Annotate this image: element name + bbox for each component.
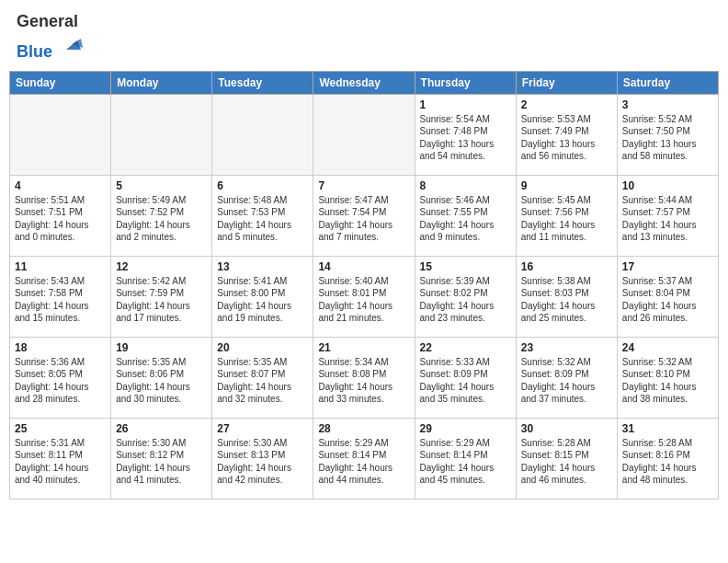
day-number: 6: [217, 179, 308, 192]
day-info: Sunrise: 5:40 AM Sunset: 8:01 PM Dayligh…: [318, 275, 409, 325]
calendar-cell: 1Sunrise: 5:54 AM Sunset: 7:48 PM Daylig…: [415, 94, 516, 175]
day-info: Sunrise: 5:54 AM Sunset: 7:48 PM Dayligh…: [420, 113, 511, 163]
day-info: Sunrise: 5:38 AM Sunset: 8:03 PM Dayligh…: [521, 275, 612, 325]
logo-icon: [59, 31, 85, 57]
day-number: 2: [521, 98, 612, 111]
day-info: Sunrise: 5:28 AM Sunset: 8:16 PM Dayligh…: [622, 437, 713, 487]
calendar-cell: 9Sunrise: 5:45 AM Sunset: 7:56 PM Daylig…: [516, 175, 617, 256]
day-number: 17: [622, 260, 713, 273]
day-number: 5: [116, 179, 207, 192]
calendar-cell: 29Sunrise: 5:29 AM Sunset: 8:14 PM Dayli…: [415, 418, 516, 499]
day-info: Sunrise: 5:47 AM Sunset: 7:54 PM Dayligh…: [318, 194, 409, 244]
calendar-cell: 20Sunrise: 5:35 AM Sunset: 8:07 PM Dayli…: [212, 337, 313, 418]
day-number: 27: [217, 422, 308, 435]
day-number: 18: [15, 341, 106, 354]
calendar-cell: 6Sunrise: 5:48 AM Sunset: 7:53 PM Daylig…: [212, 175, 313, 256]
calendar-cell: 12Sunrise: 5:42 AM Sunset: 7:59 PM Dayli…: [111, 256, 212, 337]
week-row-2: 4Sunrise: 5:51 AM Sunset: 7:51 PM Daylig…: [10, 175, 719, 256]
day-info: Sunrise: 5:52 AM Sunset: 7:50 PM Dayligh…: [622, 113, 713, 163]
calendar-cell: 15Sunrise: 5:39 AM Sunset: 8:02 PM Dayli…: [415, 256, 516, 337]
day-number: 12: [116, 260, 207, 273]
calendar-cell: 18Sunrise: 5:36 AM Sunset: 8:05 PM Dayli…: [10, 337, 111, 418]
calendar-cell: 19Sunrise: 5:35 AM Sunset: 8:06 PM Dayli…: [111, 337, 212, 418]
day-number: 14: [318, 260, 409, 273]
weekday-sunday: Sunday: [10, 71, 111, 94]
day-number: 29: [420, 422, 511, 435]
day-info: Sunrise: 5:42 AM Sunset: 7:59 PM Dayligh…: [116, 275, 207, 325]
calendar-cell: 2Sunrise: 5:53 AM Sunset: 7:49 PM Daylig…: [516, 94, 617, 175]
calendar-cell: 23Sunrise: 5:32 AM Sunset: 8:09 PM Dayli…: [516, 337, 617, 418]
day-number: 13: [217, 260, 308, 273]
day-number: 15: [420, 260, 511, 273]
day-number: 16: [521, 260, 612, 273]
day-number: 20: [217, 341, 308, 354]
calendar-cell: 16Sunrise: 5:38 AM Sunset: 8:03 PM Dayli…: [516, 256, 617, 337]
calendar-cell: 14Sunrise: 5:40 AM Sunset: 8:01 PM Dayli…: [313, 256, 415, 337]
calendar-cell: 31Sunrise: 5:28 AM Sunset: 8:16 PM Dayli…: [617, 418, 718, 499]
week-row-5: 25Sunrise: 5:31 AM Sunset: 8:11 PM Dayli…: [10, 418, 719, 499]
weekday-wednesday: Wednesday: [313, 71, 415, 94]
day-number: 31: [622, 422, 713, 435]
day-info: Sunrise: 5:49 AM Sunset: 7:52 PM Dayligh…: [116, 194, 207, 244]
calendar-cell: 13Sunrise: 5:41 AM Sunset: 8:00 PM Dayli…: [212, 256, 313, 337]
day-number: 25: [15, 422, 106, 435]
calendar-cell: 21Sunrise: 5:34 AM Sunset: 8:08 PM Dayli…: [313, 337, 415, 418]
day-number: 7: [318, 179, 409, 192]
weekday-thursday: Thursday: [415, 71, 516, 94]
day-info: Sunrise: 5:53 AM Sunset: 7:49 PM Dayligh…: [521, 113, 612, 163]
day-number: 1: [420, 98, 511, 111]
calendar-cell: 24Sunrise: 5:32 AM Sunset: 8:10 PM Dayli…: [617, 337, 718, 418]
calendar-cell: 10Sunrise: 5:44 AM Sunset: 7:57 PM Dayli…: [617, 175, 718, 256]
day-number: 19: [116, 341, 207, 354]
day-number: 4: [15, 179, 106, 192]
logo: General Blue: [17, 13, 85, 62]
calendar-cell: 27Sunrise: 5:30 AM Sunset: 8:13 PM Dayli…: [212, 418, 313, 499]
day-info: Sunrise: 5:37 AM Sunset: 8:04 PM Dayligh…: [622, 275, 713, 325]
day-info: Sunrise: 5:32 AM Sunset: 8:10 PM Dayligh…: [622, 356, 713, 406]
day-info: Sunrise: 5:41 AM Sunset: 8:00 PM Dayligh…: [217, 275, 308, 325]
day-info: Sunrise: 5:28 AM Sunset: 8:15 PM Dayligh…: [521, 437, 612, 487]
calendar-table: SundayMondayTuesdayWednesdayThursdayFrid…: [9, 71, 719, 500]
day-info: Sunrise: 5:30 AM Sunset: 8:12 PM Dayligh…: [116, 437, 207, 487]
calendar-cell: 30Sunrise: 5:28 AM Sunset: 8:15 PM Dayli…: [516, 418, 617, 499]
calendar-cell: 17Sunrise: 5:37 AM Sunset: 8:04 PM Dayli…: [617, 256, 718, 337]
weekday-friday: Friday: [516, 71, 617, 94]
day-number: 3: [622, 98, 713, 111]
calendar-cell: 4Sunrise: 5:51 AM Sunset: 7:51 PM Daylig…: [10, 175, 111, 256]
calendar-cell: 3Sunrise: 5:52 AM Sunset: 7:50 PM Daylig…: [617, 94, 718, 175]
day-info: Sunrise: 5:39 AM Sunset: 8:02 PM Dayligh…: [420, 275, 511, 325]
day-info: Sunrise: 5:51 AM Sunset: 7:51 PM Dayligh…: [15, 194, 106, 244]
day-number: 22: [420, 341, 511, 354]
calendar-cell: 8Sunrise: 5:46 AM Sunset: 7:55 PM Daylig…: [415, 175, 516, 256]
page-header: General Blue: [9, 9, 719, 65]
day-info: Sunrise: 5:36 AM Sunset: 8:05 PM Dayligh…: [15, 356, 106, 406]
calendar-cell: 22Sunrise: 5:33 AM Sunset: 8:09 PM Dayli…: [415, 337, 516, 418]
day-info: Sunrise: 5:29 AM Sunset: 8:14 PM Dayligh…: [318, 437, 409, 487]
calendar-body: 1Sunrise: 5:54 AM Sunset: 7:48 PM Daylig…: [10, 94, 719, 499]
day-number: 9: [521, 179, 612, 192]
day-number: 24: [622, 341, 713, 354]
weekday-header-row: SundayMondayTuesdayWednesdayThursdayFrid…: [10, 71, 719, 94]
calendar-cell: 7Sunrise: 5:47 AM Sunset: 7:54 PM Daylig…: [313, 175, 415, 256]
calendar-cell: [111, 94, 212, 175]
day-info: Sunrise: 5:35 AM Sunset: 8:06 PM Dayligh…: [116, 356, 207, 406]
day-info: Sunrise: 5:34 AM Sunset: 8:08 PM Dayligh…: [318, 356, 409, 406]
day-number: 30: [521, 422, 612, 435]
day-info: Sunrise: 5:32 AM Sunset: 8:09 PM Dayligh…: [521, 356, 612, 406]
calendar-cell: [313, 94, 415, 175]
week-row-3: 11Sunrise: 5:43 AM Sunset: 7:58 PM Dayli…: [10, 256, 719, 337]
logo-blue: Blue: [17, 42, 52, 61]
calendar-cell: 11Sunrise: 5:43 AM Sunset: 7:58 PM Dayli…: [10, 256, 111, 337]
weekday-saturday: Saturday: [617, 71, 718, 94]
calendar-cell: [212, 94, 313, 175]
day-info: Sunrise: 5:45 AM Sunset: 7:56 PM Dayligh…: [521, 194, 612, 244]
day-info: Sunrise: 5:31 AM Sunset: 8:11 PM Dayligh…: [15, 437, 106, 487]
calendar-cell: 26Sunrise: 5:30 AM Sunset: 8:12 PM Dayli…: [111, 418, 212, 499]
day-number: 11: [15, 260, 106, 273]
day-number: 26: [116, 422, 207, 435]
day-info: Sunrise: 5:29 AM Sunset: 8:14 PM Dayligh…: [420, 437, 511, 487]
day-info: Sunrise: 5:30 AM Sunset: 8:13 PM Dayligh…: [217, 437, 308, 487]
day-number: 10: [622, 179, 713, 192]
calendar-cell: [10, 94, 111, 175]
calendar-cell: 28Sunrise: 5:29 AM Sunset: 8:14 PM Dayli…: [313, 418, 415, 499]
